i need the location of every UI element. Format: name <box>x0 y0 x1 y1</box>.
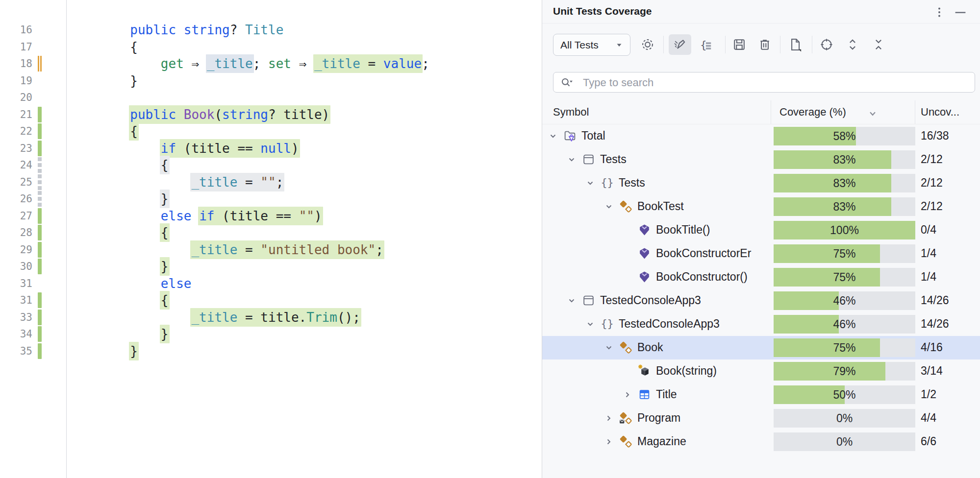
code-line[interactable]: 23 if (title == null) <box>0 140 542 157</box>
coverage-highlight: } <box>129 342 139 360</box>
navigate-to-coverage-icon[interactable] <box>818 36 835 53</box>
code-line[interactable]: 35 } <box>0 343 542 360</box>
toolbar-separator <box>812 36 812 53</box>
coverage-row-testedconsoleapp3[interactable]: TestedConsoleApp346%14/26 <box>542 289 980 312</box>
code-line[interactable]: 33 _title = title.Trim(); <box>0 309 542 326</box>
coverage-row-bookconstructorer[interactable]: BookConstructorEr75%1/4 <box>542 242 980 265</box>
coverage-row-book[interactable]: Book75%4/16 <box>542 336 980 359</box>
code-line[interactable]: 31 { <box>0 292 542 309</box>
delete-report-icon[interactable] <box>756 36 774 53</box>
coverage-percent: 0% <box>774 435 915 449</box>
code-text[interactable]: { <box>69 157 169 174</box>
code-text[interactable]: } <box>69 191 169 208</box>
coverage-row-booktitle-[interactable]: BookTitle()100%0/4 <box>542 218 980 242</box>
coverage-row-tests[interactable]: Tests83%2/12 <box>542 171 980 195</box>
coverage-row-tests[interactable]: Tests83%2/12 <box>542 148 980 171</box>
sort-chevron-down-icon[interactable] <box>868 109 878 119</box>
chevron-down-icon[interactable] <box>567 155 576 164</box>
code-area[interactable]: 16 public string? Title17 {18 get ⇒ _tit… <box>0 22 542 359</box>
code-text[interactable]: _title = title.Trim(); <box>69 309 360 326</box>
collapse-all-icon[interactable] <box>870 36 887 53</box>
search-icon[interactable] <box>559 76 573 90</box>
chevron-down-icon[interactable] <box>586 320 595 329</box>
code-line[interactable]: 18 get ⇒ _title; set ⇒ _title = value; <box>0 55 542 72</box>
coverage-row-magazine[interactable]: Magazine0%6/6 <box>542 430 980 454</box>
code-text[interactable]: { <box>69 224 169 241</box>
coverage-bar: 46% <box>774 315 915 334</box>
code-line[interactable]: 30 } <box>0 258 542 275</box>
coverage-bar: 100% <box>774 221 915 239</box>
code-text[interactable]: } <box>69 326 169 343</box>
code-line[interactable]: 27 else if (title == "") <box>0 208 542 225</box>
code-line[interactable]: 17 { <box>0 39 542 56</box>
code-line[interactable]: 20 <box>0 89 542 106</box>
chevron-right-icon[interactable] <box>623 390 632 399</box>
more-options-icon[interactable] <box>932 5 947 20</box>
column-symbol[interactable]: Symbol <box>553 106 589 119</box>
code-text[interactable]: if (title == null) <box>69 140 299 157</box>
hide-panel-icon[interactable] <box>953 5 968 20</box>
code-line[interactable]: 19 } <box>0 72 542 90</box>
export-report-icon[interactable] <box>786 36 804 53</box>
search-box[interactable] <box>553 72 975 93</box>
coverage-row-total[interactable]: Total58%16/38 <box>542 124 980 148</box>
coverage-percent: 79% <box>774 365 915 378</box>
coverage-row-bookconstructor-[interactable]: BookConstructor()75%1/4 <box>542 265 980 289</box>
code-line[interactable]: 16 public string? Title <box>0 22 542 39</box>
code-editor[interactable]: 16 public string? Title17 {18 get ⇒ _tit… <box>0 0 542 478</box>
code-line[interactable]: 28 { <box>0 224 542 241</box>
show-covering-tests-icon[interactable]: { <box>698 36 715 53</box>
column-coverage[interactable]: Coverage (%) <box>779 106 846 119</box>
code-segment: } <box>129 72 139 90</box>
settings-icon[interactable] <box>639 36 656 53</box>
coverage-covered-marker <box>38 343 42 359</box>
chevron-down-icon[interactable] <box>604 343 613 352</box>
code-text[interactable]: { <box>69 123 138 140</box>
chevron-down-icon[interactable] <box>586 179 595 188</box>
code-text[interactable]: else <box>69 275 191 292</box>
coverage-bar: 79% <box>774 362 915 381</box>
coverage-row-title[interactable]: Title50%1/2 <box>542 383 980 406</box>
save-report-icon[interactable] <box>730 36 748 53</box>
code-text[interactable]: _title = ""; <box>69 174 283 191</box>
code-line[interactable]: 31 else <box>0 275 542 292</box>
coverage-covered-marker <box>38 259 42 274</box>
code-text[interactable]: _title = "untitled book"; <box>69 241 383 259</box>
coverage-highlight-icon[interactable] <box>669 34 691 55</box>
code-segment: ; set ⇒ <box>252 54 315 73</box>
code-text[interactable]: { <box>69 292 169 309</box>
code-line[interactable]: 22 { <box>0 123 542 140</box>
code-text[interactable]: } <box>69 343 138 360</box>
code-line[interactable]: 29 _title = "untitled book"; <box>0 241 542 259</box>
code-text[interactable]: { <box>69 39 138 56</box>
code-line[interactable]: 34 } <box>0 326 542 343</box>
chevron-down-icon[interactable] <box>567 296 576 305</box>
coverage-row-testedconsoleapp3[interactable]: TestedConsoleApp346%14/26 <box>542 312 980 336</box>
code-text[interactable]: } <box>69 258 169 275</box>
chevron-down-icon[interactable] <box>549 132 557 141</box>
code-text[interactable]: } <box>69 72 138 90</box>
tests-filter-dropdown[interactable]: All Tests <box>553 34 630 56</box>
code-line[interactable]: 24 { <box>0 157 542 174</box>
code-text[interactable]: else if (title == "") <box>69 208 322 225</box>
code-line[interactable]: 26 } <box>0 191 542 208</box>
symbol-label: Book(string) <box>656 364 717 378</box>
coverage-row-book-string-[interactable]: Book(string)79%3/14 <box>542 359 980 383</box>
code-text[interactable]: public string? Title <box>69 22 283 39</box>
symbol-label: BookTest <box>637 200 684 213</box>
chevron-right-icon[interactable] <box>604 414 613 423</box>
code-line[interactable]: 21 public Book(string? title) <box>0 106 542 123</box>
symbol-label: Program <box>637 411 680 425</box>
code-text[interactable]: public Book(string? title) <box>69 106 329 123</box>
expand-all-icon[interactable] <box>844 36 861 53</box>
coverage-row-program[interactable]: Program0%4/4 <box>542 406 980 430</box>
search-input[interactable] <box>582 72 966 93</box>
coverage-bar: 75% <box>774 268 915 287</box>
chevron-down-icon[interactable] <box>604 202 613 211</box>
code-text[interactable]: get ⇒ _title; set ⇒ _title = value; <box>69 55 429 72</box>
column-uncovered[interactable]: Uncov... <box>921 106 959 119</box>
chevron-right-icon[interactable] <box>604 437 613 446</box>
line-number: 35 <box>0 343 32 360</box>
coverage-row-booktest[interactable]: BookTest83%2/12 <box>542 195 980 218</box>
code-line[interactable]: 25 _title = ""; <box>0 174 542 191</box>
